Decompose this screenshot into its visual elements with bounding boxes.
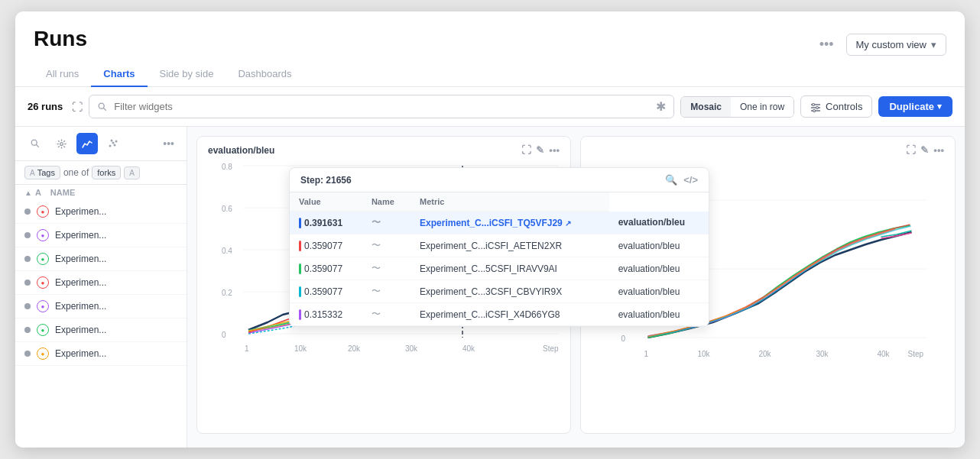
tooltip-code-icon[interactable]: </> [683,174,698,186]
tooltip-metric-cell: evaluation/bleu [609,257,709,280]
svg-point-10 [60,142,63,145]
edit-icon[interactable]: ✎ [920,144,929,156]
tooltip-value-cell: 0.359077 [290,257,362,280]
settings-sidebar-button[interactable] [50,133,72,154]
tooltip-wave-cell: 〜 [362,303,410,326]
tooltip-step-label: Step: 21656 [300,175,352,186]
svg-text:1: 1 [245,344,249,353]
main-chart-card: evaluation/bleu ⛶ ✎ ••• 0.8 0.6 0.4 0.2 [196,136,571,434]
tooltip-table: Value Name Metric 0.391631〜Experiment_C.… [290,192,709,326]
sidebar-more-icon[interactable]: ••• [160,134,177,153]
svg-point-7 [813,109,816,112]
run-dot [24,256,31,262]
chart-view-button[interactable] [76,133,98,154]
tooltip-value-cell: 0.391631 [290,212,362,234]
run-row[interactable]: ● Experimen... [15,247,187,271]
column-a-label: A [35,188,41,197]
fullscreen-icon[interactable]: ⛶ [906,144,916,156]
more-icon[interactable]: ••• [549,144,560,156]
run-row[interactable]: ● Experimen... [15,200,187,224]
run-row[interactable]: ● Experimen... [15,271,187,295]
controls-button[interactable]: Controls [800,95,872,118]
controls-label: Controls [826,101,862,112]
tooltip-search-icon[interactable]: 🔍 [665,174,677,186]
run-dot [24,280,31,286]
tooltip-name-cell[interactable]: Experiment_C...iCSFI_TQ5VFJ29↗ [410,212,609,234]
run-name: Experimen... [55,254,106,264]
run-visibility-icon[interactable]: ● [37,205,49,218]
svg-text:0.2: 0.2 [222,289,232,297]
tags-label: Tags [37,168,55,177]
more-icon[interactable]: ••• [933,144,944,156]
sidebar-toolbar: ••• [15,127,187,161]
run-visibility-icon[interactable]: ● [37,324,49,336]
custom-view-button[interactable]: My custom view ▾ [846,34,946,56]
tag-type-icon: A [129,169,135,177]
forks-filter-tag[interactable]: forks [92,166,121,179]
tooltip-name-cell: Experiment_C...iCSFI_AETEN2XR [410,234,609,257]
mosaic-view-button[interactable]: Mosaic [681,97,731,117]
svg-text:0.8: 0.8 [222,163,232,171]
tooltip-wave-cell: 〜 [362,234,410,257]
tooltip-row: 0.359077〜Experiment_C...3CSFI_CBVYIR9Xev… [290,280,709,303]
one-of-label: one of [63,167,89,178]
svg-text:20k: 20k [759,350,772,358]
run-visibility-icon[interactable]: ● [37,253,49,265]
tooltip-name-cell: Experiment_C...5CSFI_IRAVV9AI [410,257,609,280]
chart-header-icons-secondary: ⛶ ✎ ••• [906,144,944,156]
run-visibility-icon[interactable]: ● [37,276,49,289]
svg-text:1: 1 [644,350,649,358]
tab-charts[interactable]: Charts [91,62,147,87]
svg-point-14 [111,140,113,142]
runs-list: ● Experimen... ● Experimen... ● Experime… [15,200,187,366]
run-name: Experimen... [55,301,106,312]
metric-col-header: Metric [410,192,609,212]
tooltip-row: 0.315332〜Experiment_C...iCSFI_X4D66YG8ev… [290,303,709,326]
filter-widgets-input-wrap: ✱ [89,95,674,118]
tooltip-metric-cell: evaluation/bleu [609,234,709,257]
chart-icon [82,138,92,149]
column-header: ▲ A Name [15,185,187,200]
runs-count: 26 runs [28,101,63,112]
run-row[interactable]: ● Experimen... [15,342,187,366]
run-row[interactable]: ● Experimen... [15,318,187,342]
svg-text:Step: Step [908,350,924,358]
run-row[interactable]: ● Experimen... [15,295,187,318]
expand-icon[interactable]: ⛶ [72,101,83,113]
fullscreen-icon[interactable]: ⛶ [521,144,531,156]
tab-dashboards[interactable]: Dashboards [226,62,303,87]
tab-bar: All runs Charts Side by side Dashboards [34,62,946,86]
one-in-row-view-button[interactable]: One in row [731,97,793,117]
column-name-label: Name [50,188,75,197]
search-icon [30,138,41,149]
regex-toggle-icon[interactable]: ✱ [656,99,666,114]
run-visibility-icon[interactable]: ● [37,229,49,241]
page-title: Runs [34,27,87,51]
svg-text:30k: 30k [816,350,829,358]
svg-point-12 [112,142,115,144]
scatter-view-button[interactable] [102,133,124,154]
tab-side-by-side[interactable]: Side by side [148,62,226,87]
search-sidebar-button[interactable] [24,133,46,154]
chart-header-secondary: ⛶ ✎ ••• [581,137,955,159]
run-visibility-icon[interactable]: ● [37,300,49,312]
svg-text:20k: 20k [348,344,361,353]
tooltip-row: 0.391631〜Experiment_C...iCSFI_TQ5VFJ29↗e… [290,212,709,234]
tooltip-metric-cell: evaluation/bleu [609,212,709,234]
run-visibility-icon[interactable]: ● [37,347,49,360]
tags-filter-tag[interactable]: A Tags [24,166,60,179]
edit-icon[interactable]: ✎ [536,144,544,156]
more-options-icon[interactable]: ••• [816,34,837,56]
duplicate-button[interactable]: Duplicate ▾ [878,96,952,117]
tab-all-runs[interactable]: All runs [34,62,91,87]
filter-widgets-input[interactable] [114,101,650,112]
tooltip-value-cell: 0.359077 [290,234,362,257]
run-row[interactable]: ● Experimen... [15,224,187,247]
svg-point-5 [813,103,815,105]
a-filter-tag[interactable]: A [124,166,140,179]
search-icon [97,102,108,112]
page-header: Runs ••• My custom view ▾ All runs Chart… [15,11,965,87]
gear-icon [57,139,67,149]
duplicate-label: Duplicate [889,101,934,112]
main-content: ••• A Tags one of forks A ▲ A [15,127,965,448]
